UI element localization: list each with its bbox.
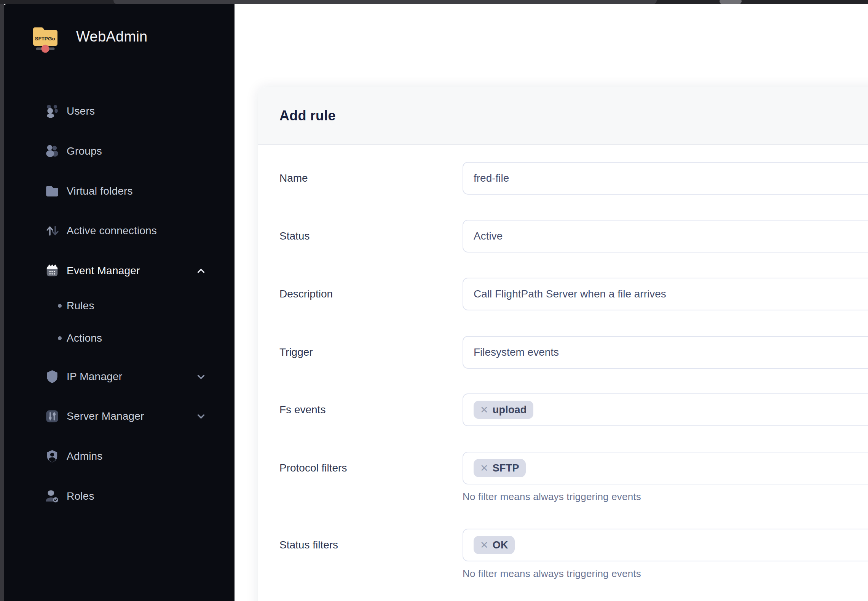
sidebar-item-users[interactable]: Users [4,101,235,122]
bullet-icon [58,304,62,308]
form-row-description: Description Call FlightPath Server when … [279,278,868,310]
add-rule-card: Add rule Name fred-file Status Active De… [258,87,868,601]
chevron-up-icon[interactable] [193,262,209,279]
users-icon [45,104,60,119]
status-select[interactable]: Active [463,220,868,253]
status-filters-label: Status filters [279,529,338,561]
chip-upload: ✕ upload [474,401,533,419]
sftpgo-webadmin-window: SFTPGo WebAdmin Users [0,0,868,601]
protocol-filters-helper: No filter means always triggering events [463,491,868,503]
sidebar-item-virtual-folders[interactable]: Virtual folders [4,181,235,202]
sliders-icon [45,409,60,424]
form-row-status: Status Active [279,220,868,253]
form-row-protocol-filters: Protocol filters ✕ SFTP No filter means … [279,452,868,503]
chevron-down-icon[interactable] [193,408,209,425]
brand-link[interactable]: SFTPGo WebAdmin [4,4,235,77]
form-row-trigger: Trigger Filesystem events [279,336,868,369]
sidebar-item-event-manager[interactable]: Event Manager [4,260,235,281]
groups-icon [45,144,60,159]
chip-ok: ✕ OK [474,536,515,554]
shield-icon [45,369,60,384]
calendar-icon [45,263,60,278]
trigger-select[interactable]: Filesystem events [463,336,868,369]
browser-control-pill [720,0,742,4]
protocol-filters-label: Protocol filters [279,452,347,484]
browser-chrome-bar [0,0,868,4]
sidebar-item-ip-manager[interactable]: IP Manager [4,366,235,387]
folder-icon [45,184,60,199]
name-label: Name [279,162,308,195]
chevron-down-icon[interactable] [193,368,209,385]
sidebar-item-roles[interactable]: Roles [4,486,235,507]
chip-remove-icon[interactable]: ✕ [480,405,488,415]
card-header: Add rule [258,87,868,145]
trigger-label: Trigger [279,336,313,369]
chip-remove-icon[interactable]: ✕ [480,463,488,473]
status-label: Status [279,220,310,253]
protocol-filters-multiselect[interactable]: ✕ SFTP [463,452,868,484]
svg-text:SFTPGo: SFTPGo [35,36,55,42]
sidebar-item-groups[interactable]: Groups [4,141,235,162]
sidebar-item-actions[interactable]: Actions [4,328,235,349]
fs-events-multiselect[interactable]: ✕ upload [463,393,868,426]
bullet-icon [58,336,62,340]
sftpgo-logo-icon: SFTPGo [32,25,58,59]
description-input[interactable]: Call FlightPath Server when a file arriv… [463,278,868,310]
sidebar-item-admins[interactable]: Admins [4,446,235,467]
sidebar-item-server-manager[interactable]: Server Manager [4,406,235,427]
fs-events-label: Fs events [279,393,326,426]
description-label: Description [279,278,333,310]
page-title: Add rule [279,108,336,124]
app-title: WebAdmin [76,29,148,45]
form-row-name: Name fred-file [279,162,868,195]
admin-shield-icon [45,449,60,464]
sidebar-item-rules[interactable]: Rules [4,295,235,316]
sidebar-item-active-connections[interactable]: Active connections [4,220,235,241]
chip-sftp: ✕ SFTP [474,459,526,477]
status-filters-multiselect[interactable]: ✕ OK [463,529,868,561]
transfer-arrows-icon [45,223,60,238]
window-edge [0,4,4,601]
sidebar: SFTPGo WebAdmin Users [4,4,235,601]
status-filters-helper: No filter means always triggering events [463,568,868,580]
form-row-status-filters: Status filters ✕ OK No filter means alwa… [279,529,868,580]
browser-tab-strip [113,0,657,4]
form-row-fs-events: Fs events ✕ upload [279,393,868,426]
name-input[interactable]: fred-file [463,162,868,195]
chip-remove-icon[interactable]: ✕ [480,540,488,550]
role-person-icon [45,489,60,504]
